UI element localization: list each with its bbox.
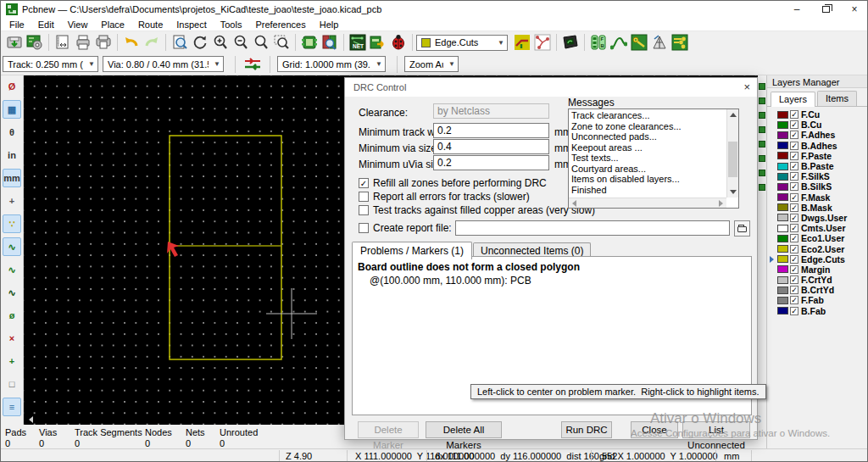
messages-hscrollbar[interactable] [569, 198, 726, 208]
footprint-editor-icon[interactable] [299, 33, 320, 52]
drc-option-row[interactable]: Report all errors for tracks (slower) [359, 191, 530, 203]
zoom-selection-icon[interactable] [271, 33, 292, 52]
layer-color-swatch[interactable] [777, 111, 788, 119]
left-toolbar-icon[interactable]: ø [3, 306, 21, 325]
layer-row[interactable]: ✓ Margin [769, 264, 868, 275]
layer-row[interactable]: ✓ F.Fab [769, 295, 868, 305]
layer-visibility-checkbox[interactable]: ✓ [790, 131, 798, 139]
menu-item[interactable]: Route [131, 19, 170, 31]
refresh-icon[interactable] [190, 33, 210, 52]
print-icon[interactable] [73, 33, 93, 52]
left-toolbar-icon[interactable]: × [3, 329, 21, 348]
left-toolbar-icon[interactable]: + [3, 192, 21, 210]
layer-row[interactable]: ✓ F.Paste [769, 151, 868, 161]
dialog-close-icon[interactable]: × [743, 81, 750, 93]
layer-color-swatch[interactable] [777, 255, 788, 263]
layer-visibility-checkbox[interactable]: ✓ [790, 193, 798, 202]
layer-row[interactable]: ✓ B.SilkS [769, 181, 868, 192]
layer-visibility-checkbox[interactable]: ✓ [790, 172, 798, 181]
report-file-input[interactable] [455, 220, 730, 236]
layer-color-swatch[interactable] [777, 173, 788, 181]
layer-color-swatch[interactable] [777, 235, 788, 242]
drc-result-tab[interactable]: Problems / Markers (1) [352, 242, 472, 259]
layer-row[interactable]: ✓ F.Cu [769, 109, 868, 120]
zoom-in-icon[interactable] [210, 33, 231, 52]
board-setup-icon[interactable] [25, 33, 45, 52]
layer-color-swatch[interactable] [777, 193, 788, 201]
layer-visibility-checkbox[interactable]: ✓ [790, 162, 798, 170]
scroll-down-icon[interactable] [730, 190, 737, 194]
layer-color-swatch[interactable] [777, 245, 788, 253]
layer-visibility-checkbox[interactable]: ✓ [790, 286, 798, 294]
layer-color-swatch[interactable] [777, 307, 788, 314]
menu-item[interactable]: Edit [31, 19, 61, 31]
interactive-router-icon[interactable] [629, 33, 649, 52]
menu-item[interactable]: Tools [214, 19, 249, 31]
layer-row[interactable]: ✓ Dwgs.User [769, 213, 868, 223]
microwave-tools-icon[interactable] [649, 33, 670, 52]
drc-dialog-titlebar[interactable]: DRC Control × [345, 78, 757, 97]
layer-row[interactable]: ✓ Eco1.User [769, 233, 868, 243]
menu-item[interactable]: View [61, 19, 95, 31]
layer-color-swatch[interactable] [777, 163, 788, 170]
left-toolbar-icon[interactable]: mm [3, 169, 21, 187]
menu-item[interactable]: Place [94, 19, 131, 31]
left-toolbar-icon[interactable]: + [3, 352, 21, 370]
differential-pairs-icon[interactable] [670, 33, 690, 52]
layer-visibility-checkbox[interactable]: ✓ [790, 265, 798, 274]
layer-visibility-checkbox[interactable]: ✓ [790, 142, 798, 150]
layer-color-swatch[interactable] [777, 203, 788, 211]
read-netlist-icon[interactable]: NET [348, 33, 368, 52]
close-button[interactable]: Close [631, 421, 678, 438]
layer-color-swatch[interactable] [777, 214, 788, 221]
layer-visibility-checkbox[interactable]: ✓ [790, 276, 798, 284]
checkbox[interactable] [359, 192, 369, 202]
scroll-up-icon[interactable] [730, 113, 737, 117]
layer-row[interactable]: ✓ B.CrtYd [769, 285, 868, 295]
layer-row[interactable]: ✓ B.Adhes [769, 141, 868, 151]
layer-visibility-checkbox[interactable]: ✓ [790, 234, 798, 242]
run-drc-button[interactable]: Run DRC [561, 421, 612, 438]
zoom-fit-icon[interactable] [251, 33, 271, 52]
3d-viewer-icon[interactable] [560, 33, 581, 52]
track-width-dropdown[interactable]: Track: 0.250 mm (9.84 mils) * ▼ [3, 56, 98, 72]
drc-option-row[interactable]: Test tracks against filled copper areas … [359, 204, 595, 216]
left-toolbar-icon[interactable]: ▦ [3, 100, 21, 119]
layer-row[interactable]: ✓ F.Mask [769, 192, 868, 203]
menu-item[interactable]: File [3, 19, 31, 31]
via-size-dropdown[interactable]: Via: 0.80 / 0.40 mm (31.5 / 15.7 mils) *… [103, 56, 224, 72]
left-toolbar-icon[interactable]: ≡ [3, 398, 21, 416]
checkbox[interactable] [359, 205, 369, 215]
left-toolbar-icon[interactable]: □ [3, 375, 21, 393]
layer-color-swatch[interactable] [777, 142, 788, 149]
close-icon[interactable]: × [840, 1, 868, 18]
layer-color-swatch[interactable] [777, 131, 788, 139]
layer-visibility-checkbox[interactable]: ✓ [790, 120, 798, 129]
scroll-thumb[interactable] [728, 142, 737, 177]
layer-color-swatch[interactable] [777, 152, 788, 159]
layer-row[interactable]: ✓ B.Fab [769, 306, 868, 316]
browse-folder-button[interactable] [734, 220, 750, 237]
undo-icon[interactable] [121, 33, 142, 52]
layer-visibility-checkbox[interactable]: ✓ [790, 152, 798, 160]
left-toolbar-icon[interactable]: θ [3, 123, 21, 142]
layer-row[interactable]: ✓ Cmts.User [769, 223, 868, 233]
layer-color-swatch[interactable] [777, 183, 788, 191]
tune-track-length-icon[interactable] [609, 33, 629, 52]
scroll-right-icon[interactable] [719, 200, 723, 207]
layer-selector-dropdown[interactable]: Edge.Cuts ▼ [416, 35, 508, 51]
restore-icon[interactable] [811, 1, 840, 18]
delete-all-markers-button[interactable]: Delete All Markers [426, 421, 502, 438]
layer-color-swatch[interactable] [777, 265, 788, 273]
zoom-dropdown[interactable]: Zoom Auto ▼ [404, 56, 459, 72]
layer-visibility-checkbox[interactable]: ✓ [790, 296, 798, 304]
checkbox[interactable]: ✓ [359, 178, 369, 188]
min-uvia-size-input[interactable] [433, 155, 549, 170]
layer-visibility-checkbox[interactable]: ✓ [790, 255, 798, 264]
layer-color-swatch[interactable] [777, 225, 788, 232]
plot-icon[interactable] [93, 33, 114, 52]
grid-dropdown[interactable]: Grid: 1.0000 mm (39.37 mils) ▼ [277, 56, 386, 72]
menu-item[interactable]: Help [313, 19, 346, 31]
create-report-row[interactable]: Create report file: [359, 222, 452, 234]
layer-row[interactable]: ✓ Eco2.User [769, 243, 868, 253]
